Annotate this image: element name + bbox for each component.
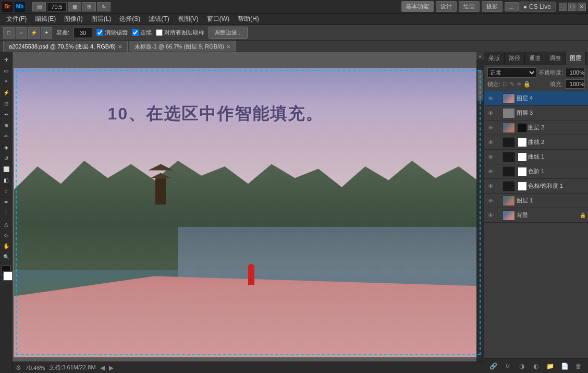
menu-help[interactable]: 帮助(H) (234, 14, 263, 25)
layer-item-curves2[interactable]: 👁 曲线 2 (484, 135, 588, 150)
win-min-btn[interactable]: — (559, 3, 567, 11)
panel-tab-tongdao[interactable]: 通道 (525, 52, 545, 65)
link-layers-btn[interactable]: 🔗 (488, 361, 499, 371)
all-layers-checkbox[interactable] (156, 29, 163, 36)
antialias-checkbox-label[interactable]: 消除锯齿 (96, 29, 128, 37)
curves1-eye[interactable]: 👁 (486, 153, 495, 161)
minibrige-icon[interactable]: Mb (15, 2, 25, 12)
layer-item-1[interactable]: 👁 图层 1 (484, 194, 588, 208)
tool-zoom[interactable]: 🔍 (1, 251, 11, 262)
win-restore-btn[interactable]: ❐ (568, 3, 577, 11)
nav-paint-btn[interactable]: 绘画 (459, 1, 480, 12)
lock-icon-1[interactable]: ☐ (503, 81, 508, 88)
layer-4-eye[interactable]: 👁 (486, 94, 495, 103)
layer-item-levels1[interactable]: 👁 色阶 1 (484, 164, 588, 179)
tool-wand[interactable]: ⚡ (1, 87, 11, 98)
layer-item-curves1[interactable]: 👁 曲线 1 (484, 150, 588, 164)
panel-tab-caiban[interactable]: 菜版 (484, 52, 505, 65)
delete-layer-btn[interactable]: 🗑 (573, 361, 584, 371)
tool-text[interactable]: T (1, 208, 11, 218)
panel-tab-tuceng[interactable]: 图层 (566, 52, 586, 65)
layer-item-2[interactable]: 👁 图层 2 (484, 121, 588, 135)
scroll-up-arrow[interactable]: ▲ (476, 52, 484, 59)
curves2-eye[interactable]: 👁 (486, 138, 495, 147)
layer-3-eye[interactable]: 👁 (486, 109, 495, 117)
tab-0-close[interactable]: ✕ (118, 44, 122, 50)
tool-path[interactable]: △ (1, 219, 11, 229)
layer-item-4[interactable]: 👁 图层 4 (484, 91, 588, 106)
opacity-input[interactable] (565, 68, 585, 77)
tool-gradient[interactable]: ◧ (1, 175, 11, 185)
tab-1[interactable]: 未标题-1 @ 66.7% (图层 9, RGB/8) ✕ (129, 41, 236, 52)
nav-photo-btn[interactable]: 摄影 (482, 1, 503, 12)
new-layer-btn[interactable]: 📄 (559, 361, 570, 371)
levels1-eye[interactable]: 👁 (486, 167, 495, 176)
tool-stamp[interactable]: ◈ (1, 142, 11, 152)
add-mask-btn[interactable]: ◑ (517, 361, 527, 371)
contiguous-checkbox-label[interactable]: 连续 (132, 29, 152, 37)
rotate-btn[interactable]: ↻ (97, 2, 111, 11)
layer-1-eye[interactable]: 👁 (486, 197, 495, 205)
bridge-icon[interactable]: Br (2, 2, 13, 12)
scroll-thumb-v[interactable] (477, 70, 483, 101)
tool-pen[interactable]: ✒ (1, 197, 11, 207)
menu-image[interactable]: 图像(I) (60, 14, 87, 25)
fx-btn[interactable]: fx (503, 361, 513, 371)
menu-view[interactable]: 视图(V) (174, 14, 203, 25)
tolerance-input[interactable] (74, 28, 92, 38)
layer-item-3[interactable]: 👁 图层 3 (484, 106, 588, 121)
contiguous-checkbox[interactable] (132, 29, 139, 36)
tool-icon-3[interactable]: ⚡ (28, 27, 40, 39)
menu-file[interactable]: 文件(F) (2, 14, 31, 25)
layer-item-bg[interactable]: 👁 背景 🔒 (484, 208, 588, 223)
layout-btn-3[interactable]: ⊞ (82, 2, 96, 11)
lock-icon-2[interactable]: ✎ (510, 81, 514, 88)
background-color[interactable] (3, 271, 13, 281)
tool-3d[interactable]: ◇ (1, 230, 11, 240)
nav-right-icon[interactable]: ▶ (109, 364, 114, 371)
tool-lasso[interactable]: ⌖ (1, 76, 11, 87)
tool-hand[interactable]: ✋ (1, 240, 11, 251)
nav-basic-btn[interactable]: 基本功能 (401, 1, 434, 12)
antialias-checkbox[interactable] (96, 29, 103, 36)
tool-eraser[interactable]: ⬜ (1, 164, 11, 174)
all-layers-checkbox-label[interactable]: 对所有图层取样 (156, 29, 204, 37)
tool-move[interactable]: ✛ (1, 54, 11, 65)
menu-select[interactable]: 选择(S) (115, 14, 144, 25)
tab-1-close[interactable]: ✕ (226, 44, 230, 50)
layer-item-huesat1[interactable]: 👁 色相/饱和度 1 (484, 179, 588, 194)
layout-btn-1[interactable]: ▤ (32, 2, 46, 11)
nav-left-icon[interactable]: ◀ (100, 364, 105, 371)
fill-input[interactable] (565, 79, 585, 89)
win-close-btn[interactable]: ✕ (578, 3, 586, 11)
tool-dodge[interactable]: ○ (1, 186, 11, 196)
tab-0[interactable]: a20245538.psd @ 70.5% (图层 4, RGB/8) ✕ (3, 41, 128, 52)
cs-live-btn[interactable]: ● CS Live (519, 2, 556, 12)
layer-2-eye[interactable]: 👁 (486, 124, 495, 132)
tool-brush[interactable]: ✏ (1, 131, 11, 141)
panel-tab-lujing[interactable]: 路径 (505, 52, 525, 65)
menu-filter[interactable]: 滤镜(T) (144, 14, 173, 25)
tool-eyedropper[interactable]: ✒ (1, 109, 11, 119)
lock-icon-4[interactable]: 🔒 (523, 81, 531, 88)
tool-crop[interactable]: ⊡ (1, 98, 11, 109)
menu-layer[interactable]: 图层(L) (87, 14, 116, 25)
bg-eye[interactable]: 👁 (486, 211, 495, 220)
tool-heal[interactable]: ⊕ (1, 120, 11, 130)
adjustment-btn[interactable]: ◐ (531, 361, 541, 371)
tool-history[interactable]: ↺ (1, 153, 11, 163)
huesat1-eye[interactable]: 👁 (486, 182, 495, 190)
nav-design-btn[interactable]: 设计 (436, 1, 457, 12)
new-group-btn[interactable]: 📁 (545, 361, 556, 371)
zoom-input[interactable]: 70.5 (47, 2, 67, 11)
menu-window[interactable]: 窗口(W) (203, 14, 234, 25)
tool-select[interactable]: ▭ (1, 65, 11, 76)
lock-icon-3[interactable]: ✛ (517, 81, 521, 88)
tool-icon-1[interactable]: □ (3, 27, 15, 39)
tool-icon-2[interactable]: ○ (16, 27, 27, 39)
refine-edge-btn[interactable]: 调整边缘... (209, 27, 248, 39)
tool-icon-4[interactable]: ✦ (41, 27, 52, 39)
menu-edit[interactable]: 编辑(E) (31, 14, 60, 25)
scrollbar-vertical[interactable]: ▲ ▼ (476, 52, 484, 373)
panel-tab-tiaojing[interactable]: 调整 (545, 52, 566, 65)
